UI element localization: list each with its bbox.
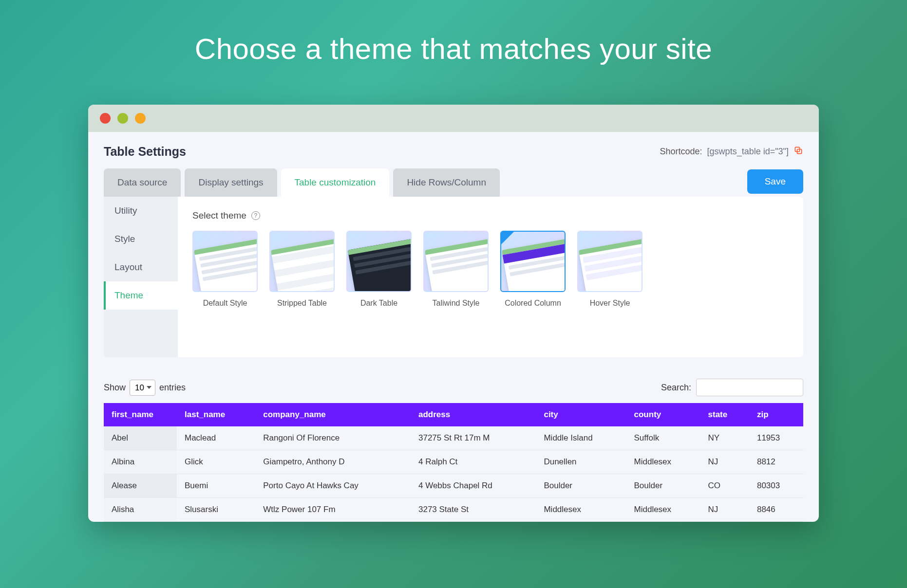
col-zip[interactable]: zip (749, 403, 803, 426)
col-state[interactable]: state (700, 403, 749, 426)
tab-hide-rows-column[interactable]: Hide Rows/Column (393, 168, 500, 197)
col-last_name[interactable]: last_name (177, 403, 255, 426)
table-cell: 80303 (749, 474, 803, 498)
table-cell: Abel (104, 426, 177, 450)
table-cell: Suffolk (626, 426, 700, 450)
col-county[interactable]: county (626, 403, 700, 426)
theme-card-hover[interactable]: Hover Style (577, 231, 642, 308)
maximize-dot-icon[interactable] (135, 113, 146, 124)
copy-icon[interactable] (794, 146, 803, 158)
theme-card-tailwind[interactable]: Taliwind Style (423, 231, 489, 308)
info-icon[interactable]: ? (251, 211, 260, 220)
theme-label: Taliwind Style (423, 299, 489, 308)
table-controls: Show 10 entries Search: (104, 379, 803, 396)
theme-card-colored-column[interactable]: Colored Column (500, 231, 566, 308)
shortcode-value: [gswpts_table id="3"] (707, 147, 789, 157)
table-cell: Middlesex (536, 498, 626, 522)
table-cell: Maclead (177, 426, 255, 450)
header-row: Table Settings Shortcode: [gswpts_table … (88, 132, 819, 167)
theme-label: Default Style (192, 299, 258, 308)
show-label: Show (104, 383, 126, 393)
sidebar-item-layout[interactable]: Layout (104, 253, 178, 281)
table-row: AbelMacleadRangoni Of Florence37275 St R… (104, 426, 803, 450)
select-theme-label: Select theme (192, 210, 246, 221)
save-button[interactable]: Save (747, 169, 803, 194)
app-window: Table Settings Shortcode: [gswpts_table … (88, 105, 819, 522)
table-cell: Dunellen (536, 450, 626, 474)
table-cell: Boulder (536, 474, 626, 498)
table-header-row: first_name last_name company_name addres… (104, 403, 803, 426)
col-city[interactable]: city (536, 403, 626, 426)
page-title: Table Settings (104, 145, 186, 159)
table-cell: NJ (700, 498, 749, 522)
select-theme-heading: Select theme ? (192, 210, 789, 221)
entries-select[interactable]: 10 (130, 380, 155, 396)
col-first_name[interactable]: first_name (104, 403, 177, 426)
table-cell: 11953 (749, 426, 803, 450)
side-nav: Utility Style Layout Theme (104, 197, 178, 357)
tabs-row: Data source Display settings Table custo… (88, 167, 819, 197)
entries-label: entries (159, 383, 186, 393)
table-cell: Alease (104, 474, 177, 498)
customization-panel: Utility Style Layout Theme Select theme … (104, 197, 803, 357)
search-input[interactable] (696, 379, 803, 396)
theme-label: Colored Column (500, 299, 566, 308)
theme-card-default[interactable]: Default Style (192, 231, 258, 308)
table-cell: 3273 State St (411, 498, 536, 522)
data-table: first_name last_name company_name addres… (104, 403, 803, 522)
table-cell: Buemi (177, 474, 255, 498)
table-cell: Glick (177, 450, 255, 474)
minimize-dot-icon[interactable] (117, 113, 128, 124)
search-label: Search: (661, 383, 691, 393)
table-cell: 4 Webbs Chapel Rd (411, 474, 536, 498)
window-titlebar (88, 105, 819, 132)
table-cell: Middle Island (536, 426, 626, 450)
shortcode-display: Shortcode: [gswpts_table id="3"] (660, 146, 803, 158)
table-cell: Boulder (626, 474, 700, 498)
table-body: AbelMacleadRangoni Of Florence37275 St R… (104, 426, 803, 522)
table-cell: Porto Cayo At Hawks Cay (255, 474, 411, 498)
close-dot-icon[interactable] (100, 113, 111, 124)
table-cell: Rangoni Of Florence (255, 426, 411, 450)
col-address[interactable]: address (411, 403, 536, 426)
sidebar-item-theme[interactable]: Theme (104, 281, 178, 310)
sidebar-item-utility[interactable]: Utility (104, 197, 178, 225)
theme-area: Select theme ? Default Style Stripped Ta… (178, 197, 803, 357)
tab-display-settings[interactable]: Display settings (185, 168, 277, 197)
table-cell: Wtlz Power 107 Fm (255, 498, 411, 522)
table-cell: 37275 St Rt 17m M (411, 426, 536, 450)
table-cell: Middlesex (626, 498, 700, 522)
table-row: AlbinaGlickGiampetro, Anthony D4 Ralph C… (104, 450, 803, 474)
theme-grid: Default Style Stripped Table Dark Table … (192, 231, 789, 308)
hero-title: Choose a theme that matches your site (195, 32, 712, 66)
table-cell: Middlesex (626, 450, 700, 474)
tab-data-source[interactable]: Data source (104, 168, 181, 197)
table-cell: 8846 (749, 498, 803, 522)
table-cell: Slusarski (177, 498, 255, 522)
table-cell: 4 Ralph Ct (411, 450, 536, 474)
table-cell: Albina (104, 450, 177, 474)
table-cell: NY (700, 426, 749, 450)
table-cell: NJ (700, 450, 749, 474)
theme-card-dark[interactable]: Dark Table (346, 231, 412, 308)
table-cell: CO (700, 474, 749, 498)
table-cell: 8812 (749, 450, 803, 474)
theme-label: Hover Style (577, 299, 642, 308)
theme-label: Dark Table (346, 299, 412, 308)
theme-card-stripped[interactable]: Stripped Table (269, 231, 335, 308)
shortcode-label: Shortcode: (660, 147, 702, 157)
col-company_name[interactable]: company_name (255, 403, 411, 426)
table-cell: Giampetro, Anthony D (255, 450, 411, 474)
table-preview-section: Show 10 entries Search: first_name last_… (88, 357, 819, 522)
tab-table-customization[interactable]: Table customization (281, 168, 390, 197)
table-row: AleaseBuemiPorto Cayo At Hawks Cay4 Webb… (104, 474, 803, 498)
table-cell: Alisha (104, 498, 177, 522)
table-row: AlishaSlusarskiWtlz Power 107 Fm3273 Sta… (104, 498, 803, 522)
theme-label: Stripped Table (269, 299, 335, 308)
sidebar-item-style[interactable]: Style (104, 225, 178, 253)
